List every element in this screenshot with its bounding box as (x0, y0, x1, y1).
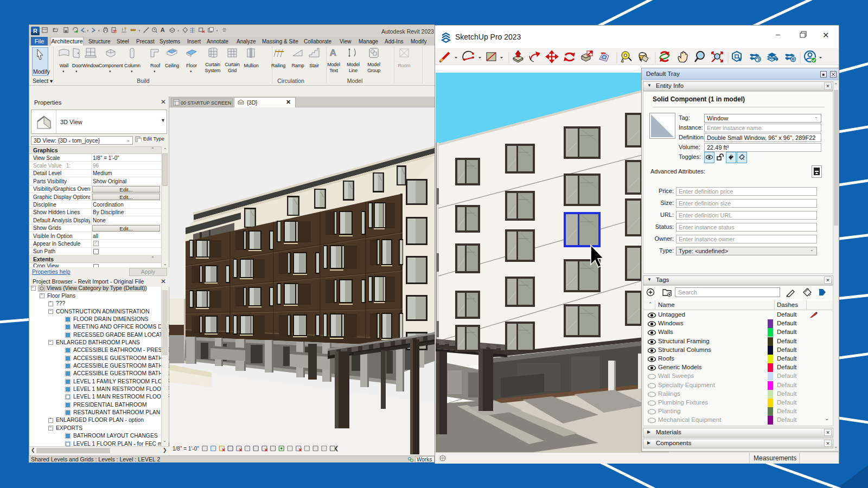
svg-text:■: ■ (822, 72, 825, 77)
